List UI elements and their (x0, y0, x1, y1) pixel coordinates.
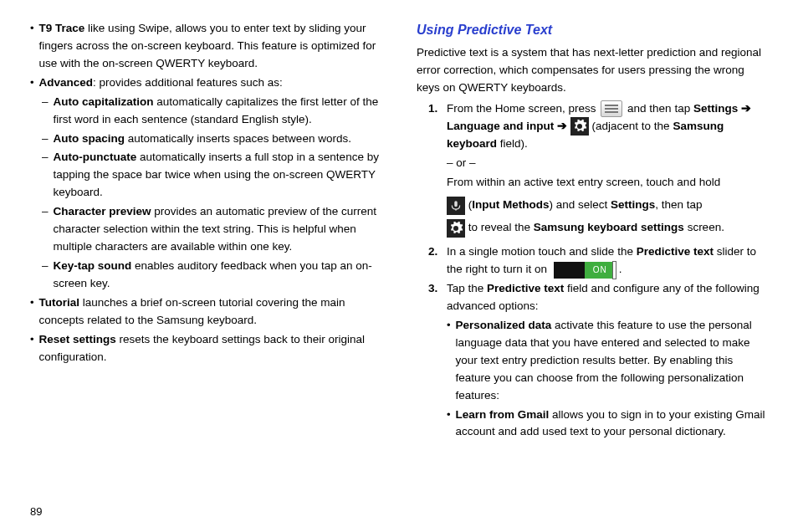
dash-mark: – (42, 203, 49, 256)
settings-label: Settings (693, 102, 738, 115)
step-2: 2. In a single motion touch and slide th… (428, 243, 768, 279)
two-column-layout: • T9 Trace like using Swipe, allows you … (30, 20, 768, 442)
predictive-text-label-2: Predictive text (487, 282, 564, 294)
menu-icon (601, 100, 622, 117)
samsung-keyboard-settings-label: Samsung keyboard settings (534, 221, 684, 233)
dash-autopunctuate: – Auto-punctuate automatically inserts a… (42, 149, 381, 202)
bullet-dot: • (30, 331, 34, 366)
arrow-icon: ➔ (741, 102, 751, 115)
step-2-text: In a single motion touch and slide the P… (447, 243, 768, 279)
dash-mark: – (42, 94, 49, 129)
bullet-dot: • (30, 20, 34, 73)
dash-mark: – (42, 258, 49, 293)
dash-mark: – (42, 149, 49, 202)
step-number: 1. (428, 100, 447, 154)
dash-charpreview: – Character preview provides an automati… (42, 203, 381, 256)
gear-icon (447, 219, 465, 238)
adv-text: Advanced: provides additional features s… (39, 74, 283, 92)
step-number: 2. (428, 243, 447, 279)
left-column: • T9 Trace like using Swipe, allows you … (30, 20, 381, 442)
bullet-reset: • Reset settings resets the keyboard set… (30, 331, 381, 366)
autopunctuate-label: Auto-punctuate (54, 151, 137, 163)
step-1: 1. From the Home screen, press and then … (428, 100, 768, 154)
step-3: 3. Tap the Predictive text field and con… (428, 280, 768, 315)
step-number: 3. (428, 280, 447, 315)
charpreview-label: Character preview (54, 205, 151, 217)
dash-keytap: – Key-tap sound enables auditory feedbac… (42, 258, 381, 293)
dash-mark: – (42, 130, 49, 148)
predictive-text-label: Predictive text (637, 245, 714, 258)
bullet-dot: • (447, 317, 451, 405)
arrow-icon: ➔ (557, 120, 570, 132)
settings-label-2: Settings (611, 198, 655, 211)
language-input-label: Language and input (447, 120, 554, 132)
reset-label: Reset settings (39, 333, 116, 345)
keytap-label: Key-tap sound (54, 259, 132, 272)
tutorial-text: launches a brief on-screen tutorial cove… (39, 296, 345, 326)
bullet-dot: • (447, 407, 451, 442)
bullet-tutorial: • Tutorial launches a brief on-screen tu… (30, 294, 381, 330)
autocapitalization-label: Auto capitalization (54, 95, 154, 108)
on-label: ON (585, 262, 616, 279)
gear-icon (570, 117, 589, 136)
step-1-alt-line2: (Input Methods) and select Settings, the… (447, 193, 768, 238)
sub-bullet-gmail: • Learn from Gmail allows you to sign in… (447, 407, 768, 442)
autospacing-text: automatically inserts spaces between wor… (125, 132, 351, 145)
page-number: 89 (30, 504, 42, 520)
bullet-advanced: • Advanced: provides additional features… (30, 74, 381, 92)
step-1-text: From the Home screen, press and then tap… (447, 100, 768, 154)
dash-autospacing: – Auto spacing automatically inserts spa… (42, 130, 381, 148)
or-separator: – or – (447, 155, 768, 172)
on-toggle-icon: ON (554, 262, 616, 279)
personalized-data-label: Personalized data (456, 319, 552, 331)
autospacing-label: Auto spacing (54, 132, 125, 145)
learn-gmail-label: Learn from Gmail (456, 408, 550, 421)
step-1-alt: From within an active text entry screen,… (447, 174, 768, 192)
tutorial-label: Tutorial (39, 296, 80, 309)
t9-title: T9 Trace (39, 22, 85, 34)
microphone-gear-icon (447, 197, 465, 215)
bullet-t9trace: • T9 Trace like using Swipe, allows you … (30, 20, 381, 73)
input-methods-label: Input Methods (472, 198, 549, 211)
intro-paragraph: Predictive text is a system that has nex… (417, 44, 768, 97)
step-3-text: Tap the Predictive text field and config… (447, 280, 768, 315)
right-column: Using Predictive Text Predictive text is… (417, 20, 768, 442)
bullet-dot: • (30, 294, 34, 330)
dash-autocapitalization: – Auto capitalization automatically capi… (42, 94, 381, 129)
section-heading: Using Predictive Text (417, 20, 768, 41)
bullet-dot: • (30, 74, 34, 92)
t9-text: T9 Trace like using Swipe, allows you to… (39, 20, 381, 73)
adv-title: Advanced (39, 76, 94, 89)
sub-bullet-personalized: • Personalized data activate this featur… (447, 317, 768, 405)
